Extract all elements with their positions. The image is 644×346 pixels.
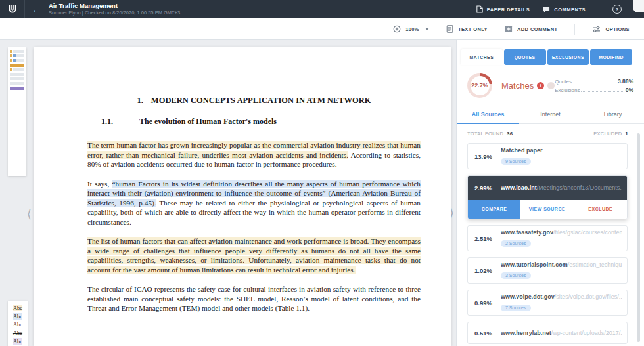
quotes-stat-label: Quotes	[555, 79, 572, 85]
paper-details-label: PAPER DETAILS	[487, 7, 530, 12]
source-domain: www.volpe.dot.gov	[501, 293, 555, 300]
page-minimap[interactable]	[8, 47, 26, 176]
legend-reference: Abc	[10, 321, 26, 328]
document-page: 1.MODERN CONCEPTS APPLICATION IN ATM NET…	[34, 47, 451, 346]
active-source-row[interactable]: 2.99% www.icao.int/Meetings/anconf13/Doc…	[468, 176, 627, 200]
source-domain: www.icao.int	[501, 184, 537, 191]
back-button[interactable]: ←	[25, 5, 47, 14]
text-only-label: TEXT ONLY	[458, 26, 488, 32]
exclusions-stat-value: 0%	[626, 87, 633, 93]
source-count-badge: 3 Sources	[501, 272, 531, 279]
source-count-badge: 9 Sources	[501, 158, 531, 165]
main-area: Abc Abc Abc Abc Abc ⟨ ⟩ 1.MODERN CONCEPT…	[0, 40, 644, 346]
topbar-divider	[599, 5, 599, 14]
paper-icon	[476, 5, 483, 13]
source-filter-tabs: All Sources Internet Library	[457, 106, 644, 124]
tab-library[interactable]: Library	[582, 106, 644, 123]
prev-page-chevron[interactable]: ⟨	[27, 207, 32, 221]
chevron-down-icon	[425, 28, 429, 30]
document-subtitle: Summer Flynn | Checked on 8/26/2020, 1:0…	[49, 10, 180, 16]
tab-exclusions[interactable]: EXCLUSIONS	[547, 49, 589, 65]
view-source-button[interactable]: VIEW SOURCE	[520, 200, 574, 219]
source-percent: 13.9%	[474, 153, 501, 160]
comments-button[interactable]: COMMENTS	[543, 6, 586, 13]
text-only-button[interactable]: TEXT ONLY	[446, 25, 488, 33]
plain-text: It says,	[87, 180, 112, 188]
info-badge-icon[interactable]: i	[537, 82, 544, 89]
source-actions: COMPARE VIEW SOURCE EXCLUDE	[468, 200, 627, 219]
source-domain: www.tutorialspoint.com	[501, 261, 568, 268]
toolbar-divider	[574, 24, 575, 35]
overlay-artifact	[633, 0, 644, 12]
options-label: OPTIONS	[605, 26, 630, 32]
options-button[interactable]: OPTIONS	[592, 26, 630, 33]
zoom-control[interactable]: 100%	[393, 25, 429, 33]
match-highlight[interactable]: The list of human factors that can affec…	[87, 237, 421, 274]
heading2-title: The evolution of Human Factor's models	[139, 117, 277, 126]
document-heading-1: 1.MODERN CONCEPTS APPLICATION IN ATM NET…	[87, 96, 421, 106]
source-title: Matched paper	[501, 147, 543, 154]
source-percent: 0.51%	[474, 330, 501, 337]
matches-summary: 22.7% Matches i Quotes 3.86% Exclusions …	[457, 65, 644, 104]
source-percent: 2.51%	[474, 235, 501, 242]
add-comment-button[interactable]: ADD COMMENT	[505, 25, 557, 33]
dotted-leader	[573, 83, 616, 83]
source-percent: 0.99%	[474, 299, 501, 307]
text-only-icon	[446, 25, 453, 33]
add-comment-icon	[505, 25, 513, 33]
highlight-legend: Abc Abc Abc Abc Abc	[8, 301, 28, 346]
matches-toggle-icon[interactable]	[547, 82, 555, 89]
source-card[interactable]: 0.99% www.volpe.dot.gov/sites/volpe.dot.…	[467, 290, 628, 316]
paragraph-4: The circular of ICAO represents the safe…	[87, 284, 421, 313]
document-heading-2: 1.1.The evolution of Human Factor's mode…	[87, 117, 421, 127]
source-path: /sites/volpe.dot.gov/files/...	[555, 293, 622, 300]
zoom-plus-icon	[393, 25, 401, 33]
stats-panel: Quotes 3.86% Exclusions 0%	[555, 76, 633, 95]
source-count-badge: 7 Sources	[501, 305, 531, 311]
comments-label: COMMENTS	[554, 7, 586, 12]
results-sidebar: MATCHES QUOTES EXCLUSIONS MODIFIND 22.7%…	[456, 40, 644, 346]
unicheck-logo[interactable]	[0, 0, 25, 18]
source-path: /wp-content/uploads/2017/...	[551, 330, 622, 336]
excluded-count: EXCLUDED: 1	[593, 131, 628, 137]
zoom-level: 100%	[405, 26, 419, 32]
document-meta: Air Traffic Management Summer Flynn | Ch…	[49, 2, 180, 16]
help-icon[interactable]: ?	[612, 5, 622, 14]
tab-quotes[interactable]: QUOTES	[504, 49, 546, 65]
source-card[interactable]: 0.51% www.henrylab.net/wp-content/upload…	[467, 322, 628, 344]
exclusions-stat-label: Exclusions	[555, 87, 580, 93]
heading2-number: 1.1.	[101, 117, 139, 127]
source-card[interactable]: 2.51% www.faasafety.gov/files/gslac/cour…	[467, 225, 628, 251]
quotes-stat: Quotes 3.86%	[555, 78, 633, 85]
source-domain: www.faasafety.gov	[501, 229, 553, 236]
unicheck-logo-icon	[7, 4, 18, 14]
legend-excluded: Abc	[10, 330, 26, 337]
legend-quote: Abc	[10, 313, 26, 320]
tab-matches[interactable]: MATCHES	[461, 49, 503, 65]
source-path: /estimation_techniqu...	[568, 261, 622, 268]
result-tabs: MATCHES QUOTES EXCLUSIONS MODIFIND	[461, 49, 632, 65]
source-card-matched-paper[interactable]: 13.9% Matched paper 9 Sources	[467, 143, 628, 169]
heading1-title: MODERN CONCEPTS APPLICATION IN ATM NETWO…	[151, 96, 371, 105]
matches-label: Matches	[501, 81, 534, 91]
legend-modified: Abc	[10, 338, 26, 345]
source-path: /files/gslac/courses/conten...	[553, 229, 622, 236]
tab-internet[interactable]: Internet	[519, 106, 582, 123]
page-title: Air Traffic Management	[49, 2, 180, 10]
sidebar-scrollbar[interactable]	[637, 133, 640, 342]
exclude-button[interactable]: EXCLUDE	[574, 200, 627, 219]
legend-match: Abc	[10, 305, 26, 312]
source-count-badge: 2 Sources	[501, 240, 531, 247]
quotes-stat-value: 3.86%	[618, 78, 633, 85]
source-list: 13.9% Matched paper 9 Sources 2.99% www.…	[457, 142, 644, 346]
plain-text: The circular of ICAO represents the safe…	[87, 285, 421, 312]
source-card[interactable]: 1.02% www.tutorialspoint.com/estimation_…	[467, 257, 628, 284]
source-card-active: 2.99% www.icao.int/Meetings/anconf13/Doc…	[467, 175, 628, 219]
compare-button[interactable]: COMPARE	[468, 200, 520, 219]
tab-modifind[interactable]: MODIFIND	[590, 49, 632, 65]
source-percent: 1.02%	[474, 267, 501, 274]
add-comment-label: ADD COMMENT	[517, 26, 557, 32]
viewer-toolbar: 100% TEXT ONLY ADD COMMENT OPTIONS	[0, 18, 644, 40]
paper-details-button[interactable]: PAPER DETAILS	[476, 5, 530, 13]
tab-all-sources[interactable]: All Sources	[457, 106, 519, 123]
